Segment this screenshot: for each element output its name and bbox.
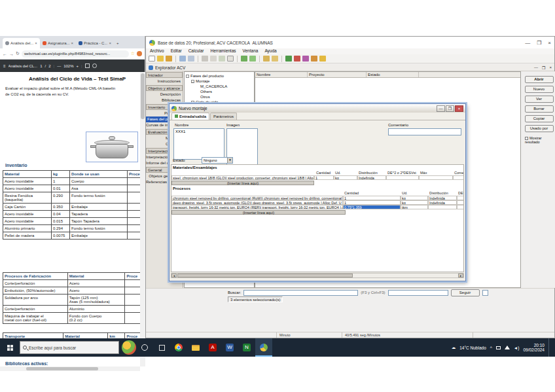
- close-icon[interactable]: ×: [548, 40, 551, 46]
- word-icon[interactable]: W: [221, 338, 238, 357]
- show-desktop-button[interactable]: [548, 338, 551, 357]
- start-button[interactable]: [0, 338, 20, 357]
- acrobat-icon[interactable]: A: [204, 338, 221, 357]
- process-row-qty-selected[interactable]: 0,75*1,359: [343, 205, 401, 209]
- insert-line-button-materials[interactable]: (Insertar línea aquí): [171, 181, 314, 185]
- tab-parametros[interactable]: Parámetros: [210, 113, 237, 120]
- menu-editar[interactable]: Editar: [171, 48, 182, 54]
- compare-icon[interactable]: [294, 56, 300, 62]
- menu-herramientas[interactable]: Herramientas: [211, 48, 236, 54]
- column-estado[interactable]: Estado: [367, 72, 419, 77]
- child-minimize-icon[interactable]: —: [534, 65, 538, 70]
- battery-icon[interactable]: [496, 346, 501, 349]
- process-row-qty[interactable]: 1: [343, 196, 401, 200]
- process-row-name[interactable]: transport, freight, lorry 16-32 metric t…: [171, 205, 343, 209]
- new-icon[interactable]: [149, 56, 155, 62]
- file-explorer-icon[interactable]: [187, 338, 204, 357]
- import-icon[interactable]: [166, 56, 172, 62]
- paste-icon[interactable]: [219, 56, 225, 62]
- news-widget-icon[interactable]: [122, 340, 136, 355]
- dialog-minimize-icon[interactable]: —: [437, 105, 445, 112]
- column-proyecto[interactable]: Proyecto: [308, 72, 367, 77]
- view-icon[interactable]: [188, 56, 194, 62]
- forward-icon[interactable]: →: [9, 52, 14, 56]
- dialog-close-icon[interactable]: ×: [455, 105, 463, 112]
- chart-icon[interactable]: [302, 56, 309, 62]
- dialog-restore-icon[interactable]: ❒: [446, 105, 454, 112]
- volume-icon[interactable]: ◄): [514, 346, 520, 350]
- scroll-left-icon[interactable]: ◂: [171, 274, 177, 277]
- cortana-icon[interactable]: [136, 338, 153, 357]
- tree-others[interactable]: Others: [186, 89, 253, 94]
- sidebar-item[interactable]: Bibliotecas: [146, 98, 183, 103]
- comentario-field[interactable]: [388, 128, 461, 135]
- sidebar-item[interactable]: Instrucciones: [146, 79, 183, 84]
- zoom-in-icon[interactable]: +: [76, 64, 79, 68]
- process-row-unit[interactable]: kg: [401, 200, 428, 205]
- process-row-unit[interactable]: tkm: [401, 205, 428, 209]
- copiar-button[interactable]: Copiar: [525, 115, 554, 122]
- tree-otros[interactable]: Otros: [186, 94, 253, 99]
- process-row-dist[interactable]: [428, 205, 457, 209]
- process-row-dist[interactable]: Indefinida: [428, 200, 457, 205]
- profile-avatar[interactable]: [137, 51, 142, 56]
- sidebar-item[interactable]: Descripción: [146, 92, 183, 98]
- reload-icon[interactable]: ↻: [16, 51, 20, 56]
- child-restore-icon[interactable]: ❒: [542, 65, 545, 70]
- rotate-icon[interactable]: [92, 63, 97, 68]
- open-icon[interactable]: [157, 56, 164, 62]
- material-row-qty[interactable]: 1: [314, 175, 334, 180]
- wifi-icon[interactable]: [505, 346, 510, 349]
- minimize-icon[interactable]: —: [525, 40, 530, 46]
- tree-root[interactable]: Fases del producto: [186, 73, 253, 79]
- browser-tab-2[interactable]: Asignatura... ×: [40, 38, 76, 48]
- abrir-button[interactable]: Abrir: [525, 76, 554, 83]
- menu-archivo[interactable]: Archivo: [150, 48, 164, 54]
- taskbar-search[interactable]: Escribe aquí para buscar: [20, 341, 119, 354]
- pdf-page-number[interactable]: 1: [40, 64, 42, 68]
- process-row-qty[interactable]: 1: [343, 200, 401, 205]
- cut-icon[interactable]: [202, 56, 208, 62]
- chevron-down-icon[interactable]: ▾: [227, 158, 232, 163]
- menu-calcular[interactable]: Calcular: [188, 48, 204, 54]
- column-nombre[interactable]: Nombre: [255, 72, 308, 77]
- close-tab-icon[interactable]: ×: [35, 41, 37, 45]
- process-row-name[interactable]: chromium steel removed by drilling, conv…: [171, 196, 343, 200]
- tray-expand-icon[interactable]: ^: [490, 346, 492, 350]
- ver-button[interactable]: Ver: [525, 96, 554, 103]
- scroll-right-icon[interactable]: ▸: [458, 274, 463, 277]
- redo-icon[interactable]: [272, 56, 278, 62]
- simapro-taskbar-icon[interactable]: [255, 338, 272, 357]
- nuevo-button[interactable]: Nuevo: [525, 86, 554, 93]
- pdf-menu-icon[interactable]: ≡: [3, 64, 6, 68]
- tree-assembly[interactable]: M_CACEROLA: [186, 84, 253, 89]
- borrar-button[interactable]: Borrar: [525, 105, 554, 113]
- clock[interactable]: 20:10 09/02/2024: [523, 343, 545, 352]
- browser-tab-1[interactable]: Análisis del... ×: [3, 38, 40, 48]
- browser-tab-3[interactable]: Práctica - C... ×: [76, 38, 114, 48]
- process-row-dist[interactable]: Indefinida: [428, 196, 457, 200]
- show-result-checkbox[interactable]: Mostrar resultado: [522, 135, 555, 144]
- usado-por-button[interactable]: Usado por: [525, 125, 554, 132]
- dialog-horizontal-scrollbar[interactable]: ◂ ▸: [171, 273, 464, 278]
- search-icon[interactable]: [227, 56, 234, 62]
- material-row-dist[interactable]: Indefinida: [357, 175, 386, 180]
- back-arrow-icon[interactable]: [241, 56, 247, 62]
- forward-arrow-icon[interactable]: [249, 56, 256, 62]
- undo-icon[interactable]: [263, 56, 270, 62]
- new-tab-button[interactable]: +: [114, 38, 122, 48]
- copy-icon[interactable]: [210, 56, 217, 62]
- search-input-2[interactable]: [388, 290, 448, 296]
- child-close-icon[interactable]: ×: [549, 65, 552, 70]
- zoom-out-icon[interactable]: —: [57, 64, 61, 68]
- task-view-icon[interactable]: [153, 338, 170, 357]
- maximize-icon[interactable]: ❒: [537, 40, 541, 46]
- chrome-icon[interactable]: [170, 338, 187, 357]
- sidebar-item[interactable]: Iniciador: [146, 72, 183, 78]
- wizard-icon[interactable]: [319, 56, 326, 62]
- fit-page-icon[interactable]: [85, 63, 90, 68]
- material-row-unit[interactable]: kg: [334, 175, 357, 180]
- browser-horizontal-scrollbar[interactable]: [0, 366, 140, 371]
- menu-ventana[interactable]: Ventana: [243, 48, 259, 54]
- tree-montaje[interactable]: −Montaje: [186, 79, 253, 84]
